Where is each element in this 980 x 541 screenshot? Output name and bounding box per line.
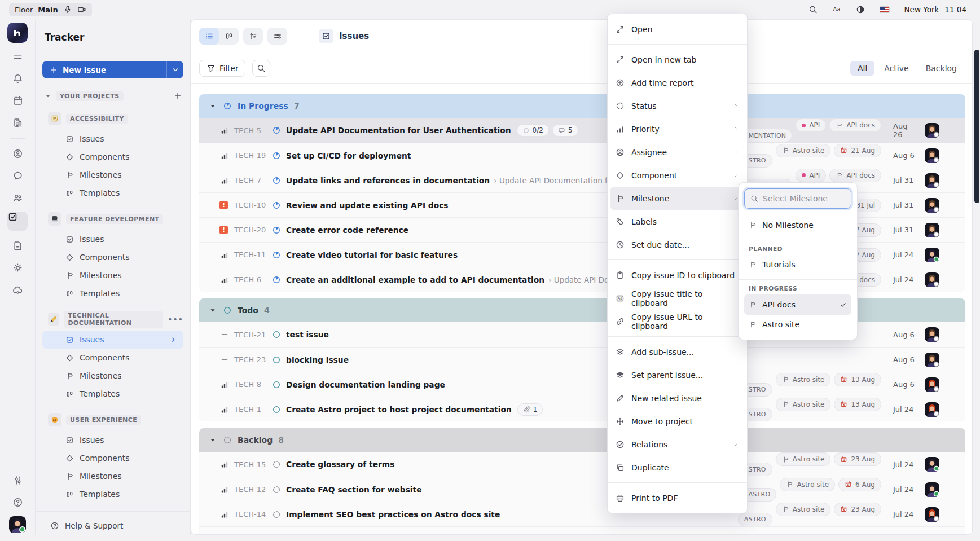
issue-row-partial[interactable] [199, 526, 965, 535]
assignee-avatar[interactable] [925, 123, 939, 138]
search-icon[interactable] [808, 5, 818, 14]
menu-item-component[interactable]: Component [608, 164, 747, 187]
project-header-feature-development[interactable]: FEATURE DEVELOPMENT ••• [48, 212, 183, 226]
sidebar-item-planner[interactable] [12, 95, 23, 108]
menu-item-print-to-pdf[interactable]: Print to PDF [608, 486, 747, 509]
group-header-in-progress[interactable]: In Progress 7 [199, 94, 965, 118]
milestone-pill[interactable]: API docs [829, 169, 881, 182]
menu-item-open[interactable]: Open [608, 17, 747, 41]
sidebar-item-milestones[interactable]: Milestones [42, 367, 183, 385]
sidebar-item-templates[interactable]: Templates [42, 385, 183, 403]
assignee-avatar[interactable] [925, 457, 939, 472]
tab-backlog[interactable]: Backlog [919, 61, 964, 76]
milestone-search-input[interactable] [763, 194, 836, 203]
new-issue-button[interactable]: New issue [42, 61, 183, 78]
camera-icon[interactable] [77, 5, 86, 14]
menu-item-set-due-date[interactable]: Set due date... [608, 233, 747, 256]
milestone-option-api-docs[interactable]: API docs [744, 294, 851, 315]
assignee-avatar[interactable] [925, 327, 939, 342]
assignee-avatar[interactable] [925, 507, 939, 522]
assignee-avatar[interactable] [925, 223, 939, 237]
project-header-accessibility[interactable]: ACCESSIBILITY ••• [48, 112, 183, 125]
issue-row-tech-23[interactable]: TECH-23 blocking issue Aug 6 [199, 347, 965, 372]
filter-button[interactable]: Filter [199, 60, 245, 77]
milestone-pill[interactable]: Astro site [776, 398, 831, 411]
sidebar-item-issues[interactable]: Issues [42, 431, 183, 449]
assignee-avatar[interactable] [925, 148, 939, 163]
tab-active[interactable]: Active [877, 61, 916, 76]
menu-item-add-time-report[interactable]: Add time report [608, 71, 747, 94]
milestone-pill[interactable]: Astro site [780, 478, 835, 491]
sidebar-item-settings[interactable] [12, 262, 23, 275]
due-date-pill[interactable]: 6 Aug [838, 478, 881, 491]
issue-row-tech-12[interactable]: TECH-12 Create FAQ section for website A… [199, 477, 965, 502]
menu-item-milestone[interactable]: Milestone [610, 187, 744, 210]
sidebar-item-components[interactable]: Components [42, 349, 183, 367]
sidebar-item-menu[interactable] [12, 51, 23, 64]
sidebar-item-milestones[interactable]: Milestones [42, 467, 183, 485]
collapse-caret-icon[interactable] [208, 306, 217, 315]
sidebar-item-issues[interactable]: Issues [42, 230, 183, 248]
assignee-avatar[interactable] [925, 353, 939, 367]
sidebar-item-templates[interactable]: Templates [42, 184, 183, 202]
issue-row-tech-19[interactable]: TECH-19 Set up CI/CD for deployment ASTR… [199, 143, 965, 168]
due-date-pill[interactable]: 23 Aug [834, 452, 881, 466]
menu-item-status[interactable]: Status [608, 94, 747, 117]
collapse-caret-icon[interactable] [208, 436, 217, 445]
menu-item-add-sub-issue[interactable]: Add sub-issue... [608, 340, 747, 363]
menu-item-labels[interactable]: Labels [608, 210, 747, 233]
attachments-badge[interactable]: 1 [517, 403, 543, 416]
list-view-button[interactable] [199, 28, 219, 45]
sidebar-item-templates[interactable]: Templates [42, 284, 183, 302]
milestone-pill[interactable]: Astro site [776, 452, 831, 466]
sidebar-item-help[interactable] [12, 497, 23, 509]
milestone-option-tutorials[interactable]: Tutorials [744, 255, 851, 274]
menu-item-move-to-project[interactable]: Move to project [608, 410, 747, 433]
font-size-icon[interactable]: Aa [832, 5, 841, 14]
sidebar-item-messaging[interactable] [12, 170, 23, 183]
menu-item-priority[interactable]: Priority [608, 117, 747, 140]
assignee-avatar[interactable] [925, 272, 939, 287]
sidebar-item-issues[interactable]: Issues [42, 130, 183, 148]
milestone-option-no-milestone[interactable]: No Milestone [744, 215, 851, 235]
kanban-view-button[interactable] [219, 28, 239, 45]
issue-row-tech-8[interactable]: TECH-8 Design documentation landing page… [199, 372, 965, 397]
view-options-button[interactable] [267, 28, 287, 45]
menu-item-relations[interactable]: Relations [608, 433, 747, 456]
sidebar-item-cloud[interactable] [12, 284, 23, 297]
sidebar-item-documents[interactable] [12, 240, 23, 253]
milestone-search[interactable] [744, 188, 851, 209]
due-date-pill[interactable]: 13 Aug [834, 398, 881, 411]
issue-row-tech-14[interactable]: TECH-14 Implement SEO best practices on … [199, 502, 965, 526]
theme-contrast-icon[interactable] [856, 5, 865, 14]
comments-badge[interactable]: 5 [552, 124, 578, 137]
sidebar-item-hr[interactable] [12, 192, 23, 205]
add-project-button[interactable] [173, 91, 182, 100]
menu-item-new-related-issue[interactable]: New related issue [608, 386, 747, 410]
component-pill[interactable]: API [796, 169, 826, 182]
issue-row-tech-1[interactable]: TECH-1 Create Astro project to host proj… [199, 397, 965, 421]
sidebar-item-issues[interactable]: Issues [42, 331, 183, 349]
sidebar-item-office[interactable] [12, 117, 23, 130]
new-issue-dropdown[interactable] [166, 61, 183, 78]
issue-row-tech-5[interactable]: TECH-5 Update API Documentation for User… [199, 118, 965, 143]
due-date-pill[interactable]: 21 Aug [834, 144, 881, 157]
help-and-support[interactable]: Help & Support [42, 517, 183, 534]
due-date-pill[interactable]: 13 Aug [834, 373, 881, 386]
project-more-button[interactable]: ••• [168, 315, 183, 324]
sidebar-item-templates[interactable]: Templates [42, 485, 183, 503]
assignee-avatar[interactable] [925, 248, 939, 262]
mic-icon[interactable] [63, 5, 72, 14]
menu-item-copy-issue-url-to-clipboard[interactable]: Copy issue URL to clipboard [608, 310, 747, 333]
workspace-logo[interactable] [7, 23, 28, 43]
component-pill[interactable]: API [796, 118, 826, 132]
issue-row-tech-15[interactable]: TECH-15 Create glossary of terms ASTROAs… [199, 452, 965, 477]
due-date-pill[interactable]: 23 Aug [834, 503, 881, 516]
menu-item-copy-issue-title-to-clipboard[interactable]: AaCopy issue title to clipboard [608, 287, 747, 310]
sidebar-item-tracker[interactable] [7, 212, 28, 231]
assignee-avatar[interactable] [925, 198, 939, 213]
user-avatar[interactable] [9, 516, 26, 533]
sidebar-item-notifications[interactable] [12, 73, 23, 86]
collapse-caret-icon[interactable] [208, 102, 217, 111]
group-header-backlog[interactable]: Backlog 8 [199, 428, 965, 452]
